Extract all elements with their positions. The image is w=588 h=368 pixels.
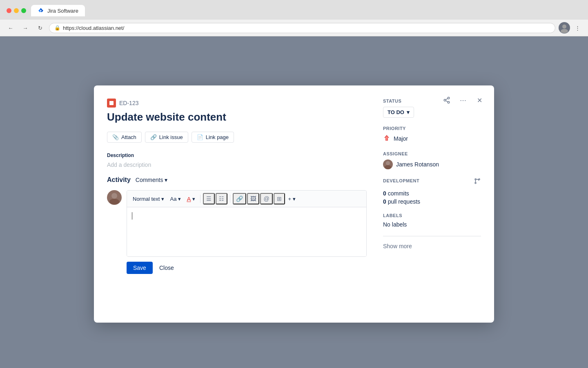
mention-button[interactable]: @ (260, 193, 272, 204)
link-button[interactable]: 🔗 (233, 193, 246, 204)
attach-button[interactable]: 📎 Attach (107, 132, 142, 143)
priority-section: PRIORITY Major (383, 126, 481, 143)
more-chevron: ▾ (293, 196, 296, 202)
development-label: DEVELOPMENT (383, 178, 419, 183)
editor-wrapper: Normal text ▾ Aa ▾ A ▾ (127, 190, 367, 257)
assignee-row: James Rotanson (383, 159, 481, 169)
editor-container: Normal text ▾ Aa ▾ A ▾ (127, 190, 367, 274)
link-issue-label: Link issue (159, 134, 183, 140)
commits-stat: 0 commits (383, 190, 481, 197)
labels-section: LABELS No labels (383, 213, 481, 228)
page-icon: 📄 (197, 134, 203, 140)
description-placeholder[interactable]: Add a description (107, 162, 367, 168)
pr-stat: 0 pull requests (383, 198, 481, 205)
lock-icon: 🔒 (54, 25, 60, 31)
status-badge[interactable]: TO DO ▾ (383, 107, 414, 118)
development-section: DEVELOPMENT 0 commits 0 pull requests (383, 177, 481, 205)
font-size-dropdown[interactable]: Aa ▾ (167, 194, 183, 204)
more-toolbar-button[interactable]: + ▾ (286, 194, 298, 204)
close-button[interactable] (7, 8, 11, 13)
modal-dialog: ⋯ ✕ ED-123 Update website content � (94, 85, 494, 323)
numbered-list-button[interactable]: ☷ (216, 193, 227, 204)
share-button[interactable] (440, 94, 453, 107)
reload-button[interactable]: ↻ (34, 22, 46, 34)
traffic-lights (7, 8, 26, 13)
svg-line-6 (445, 99, 448, 100)
labels-value: No labels (383, 221, 481, 228)
more-icon: + (288, 196, 292, 202)
editor-cursor (132, 212, 132, 220)
pr-count: 0 (383, 198, 386, 205)
description-label: Description (107, 153, 367, 158)
status-value: TO DO (388, 109, 404, 115)
priority-row: Major (383, 134, 481, 143)
maximize-button[interactable] (21, 8, 26, 13)
svg-point-13 (475, 182, 476, 184)
toolbar-divider-1 (200, 195, 200, 203)
link-page-button[interactable]: 📄 Link page (192, 132, 234, 143)
modal-right: STATUS TO DO ▾ PRIORITY (383, 99, 481, 274)
issue-title: Update website content (107, 111, 367, 123)
editor-toolbar: Normal text ▾ Aa ▾ A ▾ (127, 191, 366, 207)
browser-menu-button[interactable]: ⋮ (572, 22, 583, 34)
commits-count: 0 (383, 190, 386, 197)
svg-point-1 (561, 29, 568, 33)
cancel-button[interactable]: Close (156, 262, 177, 274)
image-button[interactable]: 🖼 (247, 193, 259, 204)
font-size-label: Aa (170, 196, 176, 202)
browser-user-avatar[interactable] (559, 22, 570, 34)
assignee-avatar (383, 159, 393, 169)
font-color-dropdown[interactable]: A ▾ (184, 194, 198, 204)
description-section: Description Add a description (107, 153, 367, 168)
text-style-dropdown[interactable]: Normal text ▾ (130, 194, 167, 204)
assignee-value: James Rotanson (396, 161, 439, 168)
attach-icon: 📎 (112, 134, 119, 140)
priority-icon (383, 134, 390, 143)
editor-content[interactable] (127, 207, 366, 256)
svg-point-4 (448, 101, 450, 103)
action-buttons: 📎 Attach 🔗 Link issue 📄 Link page (107, 132, 367, 143)
browser-tab[interactable]: Jira Software (31, 5, 85, 16)
tab-title: Jira Software (47, 8, 78, 14)
save-button[interactable]: Save (127, 262, 153, 274)
svg-point-10 (386, 161, 390, 165)
close-modal-button[interactable]: ✕ (473, 94, 486, 107)
svg-point-11 (385, 165, 391, 169)
priority-label: PRIORITY (383, 126, 481, 131)
forward-button[interactable]: → (20, 22, 31, 34)
address-bar[interactable]: 🔒 https://cloud.atlassian.net/ (49, 23, 555, 33)
comments-dropdown[interactable]: Comments ▾ (136, 177, 168, 183)
more-options-button[interactable]: ⋯ (457, 94, 470, 107)
link-icon: 🔗 (150, 134, 157, 140)
minimize-button[interactable] (14, 8, 19, 13)
link-page-label: Link page (206, 134, 229, 140)
issue-id: ED-123 (119, 100, 138, 106)
back-button[interactable]: ← (5, 22, 16, 34)
modal-header-actions: ⋯ ✕ (440, 94, 486, 107)
link-issue-button[interactable]: 🔗 Link issue (145, 132, 188, 143)
comment-area: Normal text ▾ Aa ▾ A ▾ (107, 190, 367, 274)
font-size-chevron: ▾ (178, 196, 181, 202)
toolbar-divider-2 (230, 195, 230, 203)
text-style-label: Normal text (133, 196, 160, 202)
svg-point-2 (448, 97, 450, 99)
font-color-chevron: ▾ (192, 196, 195, 202)
nav-right: ⋮ (559, 22, 583, 34)
bullet-list-button[interactable]: ☰ (203, 193, 215, 204)
activity-label: Activity (107, 176, 131, 184)
assignee-section: ASSIGNEE James Rotanson (383, 151, 481, 169)
status-chevron-icon: ▾ (407, 109, 410, 115)
show-more[interactable]: Show more (383, 243, 481, 249)
browser-content: ⋯ ✕ ED-123 Update website content � (0, 36, 588, 368)
branch-icon[interactable] (474, 177, 481, 187)
chevron-down-icon: ▾ (165, 177, 167, 183)
activity-row: Activity Comments ▾ (107, 176, 367, 184)
editor-actions: Save Close (127, 262, 367, 274)
current-user-avatar (107, 190, 122, 205)
svg-point-14 (479, 179, 480, 180)
jira-icon (38, 7, 44, 14)
labels-label: LABELS (383, 213, 481, 218)
comments-label: Comments (136, 177, 163, 183)
browser-navbar: ← → ↻ 🔒 https://cloud.atlassian.net/ ⋮ (0, 20, 588, 36)
table-button[interactable]: ⊞ (274, 193, 285, 204)
